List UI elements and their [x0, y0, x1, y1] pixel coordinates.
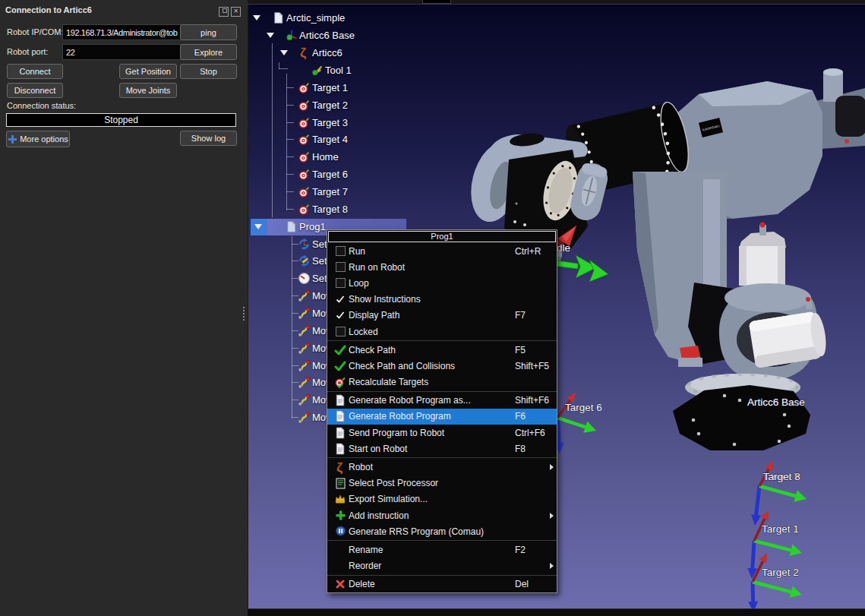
move-icon — [298, 376, 311, 389]
port-input[interactable]: 22 — [62, 44, 194, 60]
menu-item-show-instructions[interactable]: Show Instructions — [327, 292, 557, 308]
explore-button[interactable]: Explore — [180, 44, 237, 60]
move-joints-button[interactable]: Move Joints — [119, 83, 177, 98]
ip-value: 192.168.71.3/Administrator@tob — [66, 28, 178, 37]
tree-item-label[interactable]: Articc6 — [312, 47, 343, 58]
menu-item-delete[interactable]: DeleteDel — [327, 577, 557, 592]
close-icon[interactable]: ✕ — [231, 7, 241, 17]
show-log-button[interactable]: Show log — [180, 131, 237, 146]
tree-item-label[interactable]: Target 7 — [312, 186, 348, 197]
ip-label: Robot IP/COM: — [7, 27, 64, 36]
menu-item-label: Generate Robot Program as... — [349, 395, 515, 406]
connect-button[interactable]: Connect — [7, 64, 63, 79]
menu-item-generate-robot-program-as[interactable]: Generate Robot Program as...Shift+F6 — [327, 393, 557, 409]
disconnect-button[interactable]: Disconnect — [7, 83, 63, 98]
tree-guide-line — [286, 105, 294, 106]
tree-item-label[interactable]: Prog1 — [299, 221, 326, 232]
menu-item-label: Send Program to Robot — [349, 428, 515, 438]
checkbox-icon — [332, 327, 349, 336]
menu-item-start-on-robot[interactable]: Start on RobotF8 — [327, 441, 557, 456]
tree-guide-line — [286, 191, 294, 192]
menu-separator — [327, 340, 557, 341]
menu-item-loop[interactable]: Loop — [327, 275, 557, 291]
target-icon — [298, 185, 311, 198]
stop-button[interactable]: Stop — [180, 64, 237, 79]
menu-item-rename[interactable]: RenameF2 — [327, 542, 557, 558]
menu-item-run-on-robot[interactable]: Run on Robot — [327, 259, 557, 275]
menu-item-label: Run on Robot — [349, 262, 515, 273]
menu-item-locked[interactable]: Locked — [327, 324, 557, 340]
tree-item-label[interactable]: Target 8 — [312, 204, 348, 215]
tree-item-label[interactable]: Set — [312, 239, 327, 250]
tree-item-label[interactable]: Target 3 — [312, 117, 348, 128]
menu-separator — [327, 575, 557, 576]
tree-item-label[interactable]: Target 2 — [312, 100, 348, 111]
connection-status-label: Connection status: — [7, 101, 76, 110]
check-icon — [332, 294, 349, 305]
splitter-handle[interactable] — [243, 305, 245, 322]
menu-item-recalculate-targets[interactable]: Recalculate Targets — [327, 374, 557, 390]
menu-item-generate-robot-program[interactable]: Generate Robot ProgramF6 — [327, 409, 557, 425]
menu-item-run[interactable]: RunCtrl+R — [327, 243, 557, 259]
program-icon — [285, 220, 298, 233]
menu-item-shortcut: F8 — [515, 444, 554, 454]
tree-guide-line — [286, 156, 294, 157]
tree-item-label[interactable]: Target 6 — [312, 169, 348, 180]
menu-item-generate-rrs-program-comau[interactable]: Generate RRS Program (Comau) — [327, 523, 557, 539]
move-icon — [298, 411, 311, 424]
target-icon — [298, 150, 311, 163]
greencheck-icon — [332, 344, 349, 356]
menu-item-shortcut: F5 — [515, 345, 554, 355]
float-icon[interactable] — [219, 7, 229, 17]
tree-expand-arrow[interactable] — [267, 33, 274, 38]
ip-input[interactable]: 192.168.71.3/Administrator@tob — [62, 24, 183, 40]
tree-item-label[interactable]: Set — [312, 273, 327, 284]
station-icon — [272, 11, 285, 24]
menu-item-shortcut: Ctrl+F6 — [515, 428, 554, 438]
tree-item-label[interactable]: Articc6 Base — [299, 30, 355, 41]
tree-item-label[interactable]: Arctic_simple — [286, 12, 345, 24]
menu-item-label: Loop — [349, 278, 515, 289]
menu-item-check-path-and-collisions[interactable]: Check Path and CollisionsShift+F5 — [327, 358, 557, 374]
tree-item-label[interactable]: Set — [312, 255, 327, 267]
tree-expand-arrow[interactable] — [253, 15, 260, 21]
menu-item-add-instruction[interactable]: Add instruction — [327, 507, 557, 523]
more-options-label: More options — [20, 134, 68, 144]
3d-viewport[interactable]: KAWASAKI — [248, 0, 865, 616]
menu-item-display-path[interactable]: Display PathF7 — [327, 308, 557, 324]
frame-icon — [285, 29, 298, 42]
page-icon — [332, 427, 349, 439]
tree-item-label[interactable]: Target 1 — [312, 82, 348, 93]
tree-expand-arrow[interactable] — [254, 224, 262, 229]
tree-guide-line — [286, 174, 294, 175]
tree-guide-line — [286, 139, 294, 140]
svg-text:ζ: ζ — [300, 46, 306, 59]
tree-guide-line — [272, 43, 273, 217]
ping-button[interactable]: ping — [180, 24, 237, 40]
settool-icon — [298, 254, 311, 267]
tree-guide-line — [286, 74, 287, 210]
move-icon — [298, 324, 311, 337]
tree-item-label[interactable]: Target 4 — [312, 134, 348, 145]
menu-item-reorder[interactable]: Reorder — [327, 558, 557, 574]
tree-guide-line — [279, 68, 288, 69]
menu-item-label: Start on Robot — [349, 444, 515, 454]
menu-item-label: Locked — [349, 327, 515, 337]
tree-guide-line — [286, 87, 294, 88]
menu-item-robot[interactable]: ζRobot — [327, 459, 557, 475]
tree-item-label[interactable]: Home — [312, 151, 339, 163]
menu-item-send-program-to-robot[interactable]: Send Program to RobotCtrl+F6 — [327, 425, 557, 441]
get-position-button[interactable]: Get Position — [119, 64, 177, 79]
menu-item-export-simulation[interactable]: Export Simulation... — [327, 491, 557, 507]
menu-item-select-post-processor[interactable]: Select Post Processor — [327, 475, 557, 491]
menu-item-label: Generate Robot Program — [349, 411, 515, 422]
tree-expand-arrow[interactable] — [280, 50, 288, 55]
menu-item-check-path[interactable]: Check PathF5 — [327, 342, 557, 358]
menu-item-label: Show Instructions — [349, 294, 515, 305]
tree-item-label[interactable]: Tool 1 — [325, 65, 352, 76]
tree-guide-line — [292, 236, 292, 419]
gauge-icon — [298, 272, 311, 285]
menu-item-label: Run — [349, 246, 515, 257]
more-options-button[interactable]: More options — [6, 131, 70, 147]
menu-item-shortcut: Shift+F5 — [515, 361, 554, 371]
